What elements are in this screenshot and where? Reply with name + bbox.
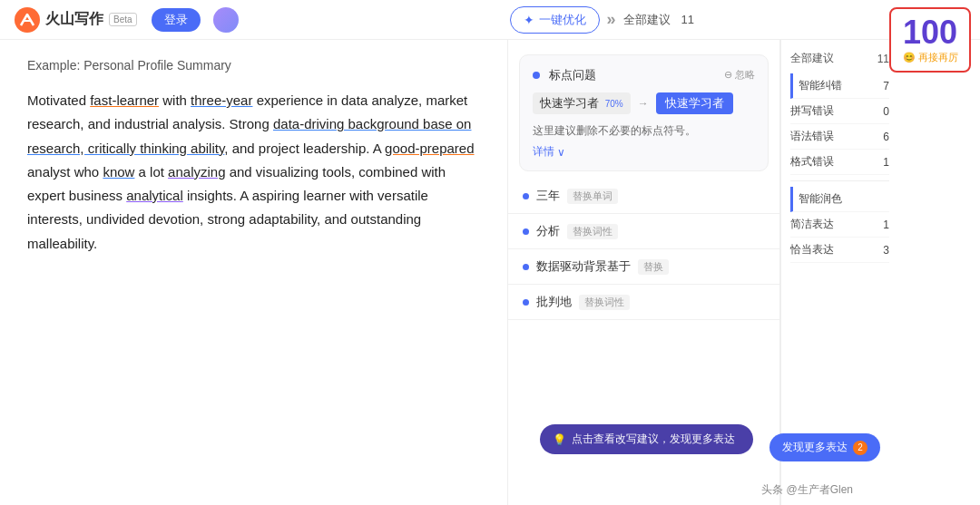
right-smart-1[interactable]: 恰当表达 3 [790,238,889,263]
right-item-0[interactable]: 智能纠错 7 [790,73,889,99]
highlight-fast-learner[interactable]: fast-learner [90,92,159,108]
all-suggestions-label: 全部建议 [790,51,834,66]
right-count-0: 7 [883,80,889,92]
suggestions-label: 全部建议 [623,12,671,28]
row-label-0: 三年 [536,188,560,204]
header-center: ✦ 一键优化 » 全部建议 11 [239,6,965,34]
beta-badge: Beta [109,13,137,26]
optimize-label: 一键优化 [539,12,586,28]
smart-color-label: 智能润色 [799,191,842,207]
optimize-button[interactable]: ✦ 一键优化 [510,6,600,34]
watermark: 头条 @生产者Glen [761,482,853,498]
right-item-1[interactable]: 拼写错误 0 [790,99,889,124]
right-count-2: 6 [883,131,889,143]
right-section-title: 全部建议 11 [790,51,889,66]
row-tag-0: 替换单词 [567,189,618,204]
highlight-analyzing[interactable]: analyzing [168,164,225,180]
suggestion-type-area: 标点问题 [533,66,596,83]
highlight-three-year[interactable]: three-year [191,92,252,108]
smart-count-0: 1 [883,219,889,231]
right-item-3[interactable]: 格式错误 1 [790,150,889,175]
row-label-1: 分析 [536,223,560,239]
right-label-2: 语法错误 [790,129,834,144]
option-original: 快速学习者 70% [533,92,631,114]
row-dot [523,299,529,306]
detail-label: 详情 [533,144,554,160]
arrow-icon: → [638,97,649,110]
editor-area: Example: Personal Profile Summary Motiva… [0,40,508,505]
circle-icon: ⊖ [724,69,732,81]
highlight-good-prepared[interactable]: good-prepared [385,141,474,156]
ignore-label: 忽略 [735,68,755,82]
suggestion-options: 快速学习者 70% → 快速学习者 [533,92,755,114]
suggestion-row-2[interactable]: 数据驱动背景基于 替换 [508,249,779,285]
right-count-3: 1 [883,156,889,169]
right-item-2[interactable]: 语法错误 6 [790,124,889,150]
login-button[interactable]: 登录 [152,8,201,32]
discover-badge: 2 [853,441,867,455]
doc-title: Example: Personal Profile Summary [27,58,480,73]
suggestion-row-3[interactable]: 批判地 替换词性 [508,285,779,320]
suggestion-type: 标点问题 [549,68,596,82]
chevron-down-icon: ∨ [557,146,565,159]
divider [790,180,889,181]
discover-label: 发现更多表达 [782,440,848,455]
more-button[interactable]: » [607,10,616,29]
suggestion-card: 标点问题 ⊖ 忽略 快速学习者 70% → 快速学习者 这里建议删除不必要的标点… [519,54,769,171]
score-label: 😊 再接再厉 [903,51,958,64]
row-tag-1: 替换词性 [567,224,618,239]
suggestion-desc: 这里建议删除不必要的标点符号。 [533,123,755,139]
score-box: 100 😊 再接再厉 [889,7,971,73]
avatar-button[interactable] [213,7,239,33]
row-label-3: 批判地 [536,294,572,310]
row-dot [523,264,529,270]
app-logo-icon [15,7,40,33]
all-count: 11 [877,53,889,65]
suggestion-row-0[interactable]: 三年 替换单词 [508,179,779,214]
right-count-1: 0 [883,105,889,118]
right-label-0: 智能纠错 [799,78,842,93]
row-tag-2: 替换 [638,259,669,275]
smart-label-1: 恰当表达 [790,242,834,257]
score-text: 再接再厉 [918,51,958,64]
tooltip-icon: 💡 [553,433,566,446]
suggestion-dot [533,72,540,79]
logo-area: 火山写作 Beta 登录 [15,7,239,33]
smart-label-0: 简洁表达 [790,217,834,232]
suggestion-card-header: 标点问题 ⊖ 忽略 [533,66,755,83]
score-number: 100 [903,16,957,49]
detail-link[interactable]: 详情 ∨ [533,144,755,160]
ignore-button[interactable]: ⊖ 忽略 [724,68,755,82]
tooltip-popup[interactable]: 💡 点击查看改写建议，发现更多表达 [540,424,753,454]
highlight-know[interactable]: know [103,164,134,180]
smart-count-1: 3 [883,244,889,257]
right-smart-0[interactable]: 简洁表达 1 [790,212,889,238]
right-label-1: 拼写错误 [790,103,834,119]
suggestion-row-1[interactable]: 分析 替换词性 [508,214,779,249]
discover-button[interactable]: 发现更多表达 2 [769,433,880,461]
doc-body: Motivated fast-learner with three-year e… [27,89,480,256]
highlight-analytical[interactable]: analytical [126,188,183,203]
row-tag-3: 替换词性 [579,295,630,310]
right-label-3: 格式错误 [790,154,834,170]
suggestions-count: 11 [681,13,694,26]
row-dot [523,193,529,199]
option-suggested[interactable]: 快速学习者 [656,92,733,114]
app-name: 火山写作 [45,10,103,29]
score-emoji: 😊 [903,52,916,63]
tooltip-text: 点击查看改写建议，发现更多表达 [572,432,735,447]
row-label-2: 数据驱动背景基于 [536,258,631,275]
right-smart-color[interactable]: 智能润色 [790,187,889,212]
header: 火山写作 Beta 登录 ✦ 一键优化 » 全部建议 11 [0,0,980,40]
row-dot [523,228,529,235]
star-icon: ✦ [524,13,534,27]
